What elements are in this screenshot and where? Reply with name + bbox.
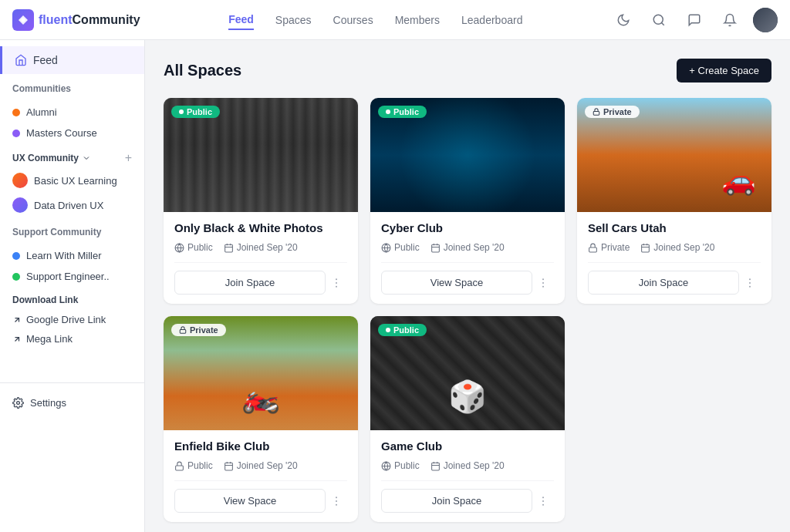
svg-point-40 xyxy=(336,503,337,505)
sidebar-item-learn-miller[interactable]: Learn With Miller xyxy=(0,245,144,266)
add-ux-group-button[interactable]: + xyxy=(125,151,132,165)
space-action-button[interactable]: View Space xyxy=(174,489,326,513)
more-dots-icon xyxy=(330,495,343,507)
svg-point-49 xyxy=(542,503,544,505)
space-card-meta: Public Joined Sep '20 xyxy=(381,460,554,471)
svg-point-20 xyxy=(542,278,544,280)
space-more-button[interactable] xyxy=(532,490,554,512)
brand-logo[interactable]: fluentCommunity xyxy=(12,9,140,31)
more-dots-icon xyxy=(330,277,343,289)
space-card-image: Public xyxy=(370,316,565,430)
google-drive-link[interactable]: Google Drive Link xyxy=(12,310,132,329)
search-icon[interactable] xyxy=(647,8,671,32)
space-card-footer: Join Space xyxy=(381,480,554,513)
svg-rect-32 xyxy=(180,330,186,334)
space-card: Private Sell Cars Utah Private Joined Se… xyxy=(577,98,771,304)
settings-icon xyxy=(12,397,24,409)
dot-icon xyxy=(12,109,20,116)
space-action-button[interactable]: Join Space xyxy=(588,271,739,295)
space-card-meta: Public Joined Sep '20 xyxy=(381,242,554,253)
space-action-button[interactable]: Join Space xyxy=(381,489,532,513)
space-card-image: Private xyxy=(577,98,771,212)
space-badge: Private xyxy=(171,324,226,336)
space-card-footer: View Space xyxy=(174,480,347,513)
download-title: Download Link xyxy=(12,295,132,305)
dot-icon xyxy=(12,252,20,260)
brand-icon xyxy=(12,9,34,31)
space-action-button[interactable]: View Space xyxy=(381,271,532,295)
messages-icon[interactable] xyxy=(682,8,707,32)
space-more-button[interactable] xyxy=(532,272,554,294)
svg-point-48 xyxy=(542,500,544,502)
svg-rect-33 xyxy=(176,465,184,470)
topbar-nav: Feed Spaces Courses Members Leaderboard xyxy=(228,10,522,30)
space-joined: Joined Sep '20 xyxy=(224,460,298,471)
space-badge: Public xyxy=(378,324,427,336)
svg-point-13 xyxy=(336,285,337,287)
sidebar-item-support-engineer[interactable]: Support Engineer.. xyxy=(0,266,144,287)
space-more-button[interactable] xyxy=(326,272,347,294)
space-joined: Joined Sep '20 xyxy=(430,242,505,253)
theme-toggle-icon[interactable] xyxy=(611,8,636,32)
nav-feed[interactable]: Feed xyxy=(228,10,254,30)
space-card-meta: Public Joined Sep '20 xyxy=(174,242,347,253)
basic-ux-avatar xyxy=(12,173,28,188)
nav-spaces[interactable]: Spaces xyxy=(275,11,312,29)
nav-leaderboard[interactable]: Leaderboard xyxy=(461,11,522,29)
more-dots-icon xyxy=(537,277,549,289)
main-header: All Spaces + Create Space xyxy=(164,59,771,82)
create-space-button[interactable]: + Create Space xyxy=(677,59,771,82)
space-card-name: Only Black & White Photos xyxy=(174,221,347,234)
space-joined: Joined Sep '20 xyxy=(640,242,714,253)
space-card-name: Game Club xyxy=(381,439,554,453)
space-card-body: Enfield Bike Club Public Joined Sep '20 … xyxy=(164,430,358,522)
avatar[interactable] xyxy=(753,8,778,32)
more-dots-icon xyxy=(744,277,756,289)
ux-group-title[interactable]: UX Community xyxy=(12,153,91,163)
body-wrap: Feed Communities Alumni Masters Course U… xyxy=(0,40,790,532)
svg-point-4 xyxy=(17,402,20,405)
space-card: Private Enfield Bike Club Public Joined … xyxy=(164,316,358,522)
topbar-actions xyxy=(611,8,778,32)
mega-link[interactable]: Mega Link xyxy=(12,329,132,348)
nav-courses[interactable]: Courses xyxy=(333,11,373,29)
space-card-image: Public xyxy=(370,98,565,212)
chevron-down-icon xyxy=(82,153,91,163)
space-card-body: Sell Cars Utah Private Joined Sep '20 Jo… xyxy=(577,212,771,304)
external-link-icon xyxy=(12,315,22,325)
notifications-icon[interactable] xyxy=(717,8,742,32)
space-more-button[interactable] xyxy=(326,490,347,512)
nav-members[interactable]: Members xyxy=(395,11,440,29)
space-card-footer: Join Space xyxy=(174,262,347,295)
sidebar-item-basic-ux[interactable]: Basic UX Learning xyxy=(0,168,144,193)
svg-point-30 xyxy=(749,282,751,284)
settings-item[interactable]: Settings xyxy=(0,391,144,415)
sidebar-feed-label: Feed xyxy=(33,54,58,66)
svg-point-31 xyxy=(749,285,751,287)
sidebar-item-masters[interactable]: Masters Course xyxy=(0,123,144,143)
space-card-image: Public xyxy=(164,98,358,212)
space-card-name: Enfield Bike Club xyxy=(174,439,347,453)
external-link-icon xyxy=(12,335,22,344)
space-card-image: Private xyxy=(164,316,358,430)
home-icon xyxy=(15,54,27,66)
svg-point-0 xyxy=(22,18,25,22)
space-visibility: Public xyxy=(381,242,420,253)
space-card-name: Cyber Club xyxy=(381,221,554,234)
communities-title: Communities xyxy=(12,83,132,94)
sidebar-feed[interactable]: Feed xyxy=(0,46,144,74)
topbar: fluentCommunity Feed Spaces Courses Memb… xyxy=(0,0,790,40)
space-badge: Public xyxy=(378,106,427,118)
space-action-button[interactable]: Join Space xyxy=(174,271,326,295)
space-card: Public Only Black & White Photos Public … xyxy=(164,98,358,304)
svg-point-29 xyxy=(749,278,751,280)
space-more-button[interactable] xyxy=(739,272,761,294)
space-card-name: Sell Cars Utah xyxy=(588,221,761,234)
sidebar-item-data-driven-ux[interactable]: Data Driven UX xyxy=(0,193,144,217)
svg-point-47 xyxy=(542,497,544,498)
page-title: All Spaces xyxy=(164,62,241,79)
svg-rect-24 xyxy=(589,247,597,251)
sidebar-item-alumni[interactable]: Alumni xyxy=(0,102,144,123)
svg-rect-25 xyxy=(642,244,650,252)
svg-point-21 xyxy=(542,282,544,284)
